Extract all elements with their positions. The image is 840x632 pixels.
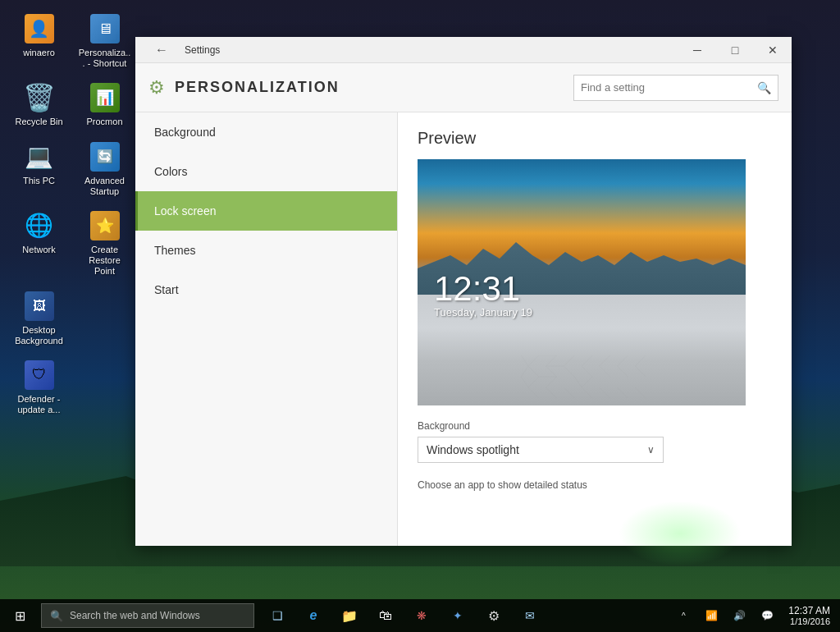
svg-line-6 <box>546 355 557 366</box>
svg-line-26 <box>564 387 574 398</box>
taskbar-search-placeholder: Search the web and Windows <box>70 610 200 621</box>
svg-line-1 <box>521 366 528 377</box>
desktop-icon-network[interactable]: 🌐 Network <box>8 205 70 282</box>
desktop-icon-advanced-startup[interactable]: 🔄 Advanced Startup <box>74 136 135 201</box>
title-controls: ─ □ ✕ <box>678 37 792 63</box>
gear-icon: ⚙ <box>148 77 165 98</box>
settings-body: Background Colors Lock screen Themes Sta… <box>135 112 792 546</box>
background-dropdown[interactable]: Windows spotlight ∨ <box>418 437 664 463</box>
taskbar-apps: ❑ e 📁 🛍 ❋ ✦ ⚙ ✉ <box>261 599 546 632</box>
close-button[interactable]: ✕ <box>754 37 792 63</box>
svg-line-14 <box>582 355 592 366</box>
title-bar: ← Settings ─ □ ✕ <box>135 37 792 63</box>
lock-screen-time: 12:31 Tuesday, January 19 <box>434 272 532 318</box>
taskbar-file-explorer[interactable]: 📁 <box>333 599 366 632</box>
svg-line-30 <box>635 387 646 398</box>
svg-line-3 <box>528 355 539 366</box>
svg-line-19 <box>617 366 628 377</box>
search-input[interactable] <box>581 81 757 94</box>
svg-line-20 <box>635 355 646 366</box>
settings-content: Preview <box>398 112 792 546</box>
taskbar-system-tray: ^ 📶 🔊 💬 12:37 AM 1/19/2016 <box>670 599 840 632</box>
taskbar-clock[interactable]: 12:37 AM 1/19/2016 <box>782 599 837 632</box>
preview-title: Preview <box>418 129 772 148</box>
svg-line-2 <box>521 377 528 387</box>
taskbar-search-box[interactable]: 🔍 Search the web and Windows <box>41 603 254 628</box>
desktop-icon-personalize[interactable]: 🖥 Personaliza... - Shortcut <box>74 8 135 73</box>
taskbar-app8[interactable]: ✉ <box>514 599 546 632</box>
svg-line-23 <box>582 377 592 387</box>
svg-line-21 <box>635 366 646 377</box>
nav-item-colors[interactable]: Colors <box>135 152 397 191</box>
taskbar-task-view[interactable]: ❑ <box>261 599 294 632</box>
svg-line-29 <box>617 387 628 398</box>
desktop-icon-winaero[interactable]: 👤 winaero <box>8 8 70 73</box>
back-button[interactable]: ← <box>145 37 178 63</box>
taskbar: ⊞ 🔍 Search the web and Windows ❑ e 📁 🛍 ❋… <box>0 599 840 632</box>
desktop-icon-recycle-bin[interactable]: 🗑️ Recycle Bin <box>8 77 70 131</box>
svg-line-8 <box>546 377 557 387</box>
svg-line-17 <box>600 366 610 377</box>
background-dropdown-value: Windows spotlight <box>427 443 519 456</box>
search-box: 🔍 <box>573 75 778 101</box>
chevron-down-icon: ∨ <box>647 444 655 456</box>
maximize-button[interactable]: □ <box>716 37 754 63</box>
taskbar-app5[interactable]: ❋ <box>405 599 438 632</box>
desktop-icons-container: 👤 winaero 🖥 Personaliza... - Shortcut 🗑️… <box>8 8 135 419</box>
desktop: 👤 winaero 🖥 Personaliza... - Shortcut 🗑️… <box>0 0 840 632</box>
svg-line-13 <box>564 366 574 377</box>
background-dropdown-container: Windows spotlight ∨ <box>418 437 664 463</box>
svg-line-12 <box>564 355 574 366</box>
svg-line-18 <box>617 355 628 366</box>
volume-icon[interactable]: 🔊 <box>726 599 752 632</box>
search-icon: 🔍 <box>757 81 771 94</box>
start-button[interactable]: ⊞ <box>0 599 39 632</box>
lock-date-display: Tuesday, January 19 <box>434 306 532 318</box>
clock-time: 12:37 AM <box>788 605 830 616</box>
settings-title: PERSONALIZATION <box>175 79 564 96</box>
svg-line-16 <box>600 355 610 366</box>
svg-line-4 <box>528 366 539 377</box>
desktop-icon-this-pc[interactable]: 💻 This PC <box>8 136 70 201</box>
desktop-icon-procmon[interactable]: 📊 Procmon <box>74 77 135 131</box>
svg-line-22 <box>574 377 582 387</box>
minimize-button[interactable]: ─ <box>678 37 716 63</box>
network-icon[interactable]: 📶 <box>698 599 724 632</box>
taskbar-store[interactable]: 🛍 <box>369 599 402 632</box>
svg-line-0 <box>521 355 528 366</box>
nav-item-lock-screen[interactable]: Lock screen <box>135 191 397 231</box>
taskbar-app6[interactable]: ✦ <box>441 599 474 632</box>
nav-item-themes[interactable]: Themes <box>135 231 397 270</box>
nav-item-background[interactable]: Background <box>135 112 397 152</box>
background-setting-label: Background <box>418 420 772 432</box>
show-hidden-icons[interactable]: ^ <box>670 599 696 632</box>
svg-line-27 <box>582 387 592 398</box>
svg-line-7 <box>546 366 557 377</box>
title-bar-title: Settings <box>185 44 220 56</box>
taskbar-edge[interactable]: e <box>297 599 330 632</box>
svg-line-28 <box>600 387 610 398</box>
svg-line-5 <box>528 377 539 387</box>
desktop-icon-desktop-bg[interactable]: 🖼 Desktop Background <box>8 286 70 350</box>
taskbar-settings[interactable]: ⚙ <box>477 599 510 632</box>
preview-background: 12:31 Tuesday, January 19 <box>418 159 746 405</box>
settings-sidebar: Background Colors Lock screen Themes Sta… <box>135 112 398 546</box>
svg-line-24 <box>528 387 539 398</box>
settings-header: ⚙ PERSONALIZATION 🔍 <box>135 63 792 112</box>
start-icon: ⊞ <box>15 608 25 624</box>
lock-clock-display: 12:31 <box>434 272 532 306</box>
notification-icon[interactable]: 💬 <box>754 599 780 632</box>
hex-crack-pattern <box>418 355 746 405</box>
settings-window: ← Settings ─ □ ✕ ⚙ PERSONALIZATION 🔍 B <box>135 37 792 546</box>
svg-line-15 <box>582 366 592 377</box>
taskbar-search-icon: 🔍 <box>50 610 63 622</box>
desktop-icon-defender[interactable]: 🛡 Defender - update a... <box>8 355 70 419</box>
nav-item-start[interactable]: Start <box>135 270 397 309</box>
clock-date: 1/19/2016 <box>790 616 830 626</box>
desktop-icon-create-restore[interactable]: ⭐ Create Restore Point <box>74 205 135 282</box>
choose-app-label: Choose an app to show detailed status <box>418 479 772 491</box>
svg-line-25 <box>546 387 557 398</box>
lock-screen-preview: 12:31 Tuesday, January 19 <box>418 159 746 405</box>
